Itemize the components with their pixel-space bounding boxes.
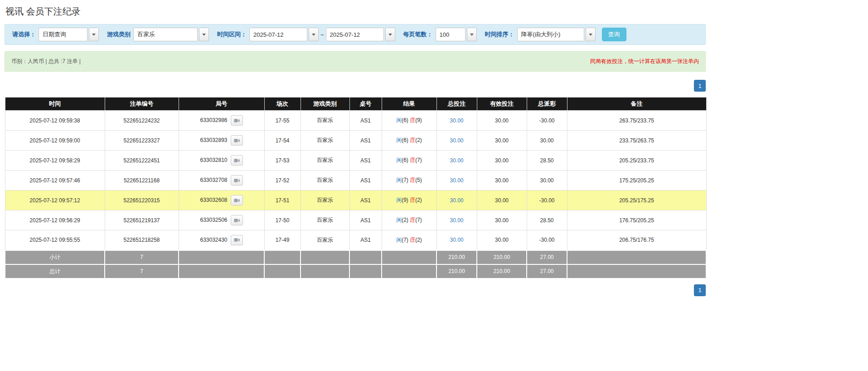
subtotal-bet-id: 7 xyxy=(105,250,179,264)
cell-valid-bet: 30.00 xyxy=(477,230,527,250)
date-to-dropdown-button[interactable] xyxy=(385,28,395,41)
content: 视讯 会员下注纪录 请选择： 游戏类别 时间区间： xyxy=(5,0,706,296)
replay-button[interactable] xyxy=(231,175,243,186)
search-button[interactable]: 查询 xyxy=(602,28,626,41)
game-type-input[interactable] xyxy=(133,28,198,41)
replay-button[interactable] xyxy=(231,115,243,126)
cell-valid-bet: 30.00 xyxy=(477,151,527,171)
result-banker: 庄 xyxy=(410,177,415,183)
cell-table-no: AS1 xyxy=(349,151,382,171)
page-button-1[interactable]: 1 xyxy=(694,80,706,92)
cell-game-type: 百家乐 xyxy=(301,131,349,151)
sort-dropdown-button[interactable] xyxy=(586,28,596,41)
cell-total-bet: 30.00 xyxy=(436,210,477,230)
cell-session: 17-54 xyxy=(264,131,301,151)
result-player: 闲 xyxy=(396,117,402,123)
result-player-score: (6) xyxy=(402,137,408,143)
header-valid-bet: 有效投注 xyxy=(477,98,527,111)
chevron-down-icon xyxy=(470,34,474,36)
total-bet-link[interactable]: 30.00 xyxy=(450,137,463,144)
query-type-input[interactable] xyxy=(39,28,87,41)
cell-total-bet: 30.00 xyxy=(436,111,477,131)
cell-payout: -30.00 xyxy=(527,190,567,210)
header-round-id: 局号 xyxy=(179,98,264,111)
video-replay-icon xyxy=(234,138,240,143)
video-replay-icon xyxy=(234,178,240,183)
total-bet-link[interactable]: 30.00 xyxy=(450,237,463,243)
total-valid-bet: 210.00 xyxy=(477,264,527,278)
cell-session: 17-50 xyxy=(264,210,301,230)
total-bet-link[interactable]: 30.00 xyxy=(450,117,463,124)
result-banker-score: (2) xyxy=(415,137,422,143)
cell-bet-id: 522651221168 xyxy=(105,171,179,190)
result-banker-score: (2) xyxy=(415,237,422,243)
query-type-dropdown-button[interactable] xyxy=(89,28,99,41)
cell-remark: 263.75/233.75 xyxy=(567,111,706,131)
header-result: 结果 xyxy=(382,98,436,111)
cell-result: 闲(6) 庄(7) xyxy=(382,151,436,171)
result-banker: 庄 xyxy=(410,217,415,223)
chevron-down-icon xyxy=(202,34,206,36)
cell-result: 闲(7) 庄(2) xyxy=(382,230,436,250)
total-payout: 27.00 xyxy=(527,264,567,278)
cell-result: 闲(9) 庄(2) xyxy=(382,190,436,210)
video-replay-icon xyxy=(234,198,240,203)
result-player: 闲 xyxy=(396,177,402,183)
video-replay-icon xyxy=(234,118,240,123)
total-bet-link[interactable]: 30.00 xyxy=(450,217,463,224)
total-bet-link[interactable]: 30.00 xyxy=(450,197,463,204)
result-player-score: (9) xyxy=(402,197,408,203)
cell-time: 2025-07-12 09:55:55 xyxy=(5,230,105,250)
subtotal-table-no xyxy=(349,250,382,264)
date-to-input[interactable] xyxy=(326,28,384,41)
cell-round-id: 633032893 xyxy=(179,131,264,151)
total-time: 总计 xyxy=(5,264,105,278)
sort-input[interactable] xyxy=(517,28,584,41)
replay-button[interactable] xyxy=(231,215,243,225)
cell-total-bet: 30.00 xyxy=(436,190,477,210)
pagination-top: 1 xyxy=(5,80,706,92)
cell-valid-bet: 30.00 xyxy=(477,131,527,151)
cell-session: 17-52 xyxy=(264,171,301,190)
total-session xyxy=(264,264,301,278)
cell-time: 2025-07-12 09:57:12 xyxy=(5,190,105,210)
replay-button[interactable] xyxy=(231,155,243,166)
result-banker: 庄 xyxy=(410,137,415,143)
cell-total-bet: 30.00 xyxy=(436,131,477,151)
table-subtotal-row: 小计7210.00210.0027.00 xyxy=(5,250,706,264)
date-from-dropdown-button[interactable] xyxy=(309,28,319,41)
page-button-1[interactable]: 1 xyxy=(694,284,706,296)
subtotal-remark xyxy=(567,250,706,264)
chevron-down-icon xyxy=(92,34,96,36)
cell-payout: -30.00 xyxy=(527,230,567,250)
page-size-input[interactable] xyxy=(436,28,466,41)
chevron-down-icon xyxy=(589,34,592,36)
cell-time: 2025-07-12 09:58:29 xyxy=(5,151,105,171)
sort-combobox xyxy=(517,28,596,41)
cell-session: 17-53 xyxy=(264,151,301,171)
header-time: 时间 xyxy=(5,98,105,111)
replay-button[interactable] xyxy=(231,135,243,146)
cell-table-no: AS1 xyxy=(349,171,382,190)
page-size-dropdown-button[interactable] xyxy=(467,28,477,41)
result-banker-score: (2) xyxy=(415,197,422,203)
result-player-score: (7) xyxy=(402,177,408,183)
total-total-bet: 210.00 xyxy=(436,264,477,278)
cell-game-type: 百家乐 xyxy=(301,171,349,190)
total-bet-link[interactable]: 30.00 xyxy=(450,177,463,184)
replay-button[interactable] xyxy=(231,235,243,245)
query-type-label: 请选择： xyxy=(12,30,36,39)
date-from-input[interactable] xyxy=(249,28,307,41)
pagination-bottom: 1 xyxy=(5,284,706,296)
cell-result: 闲(2) 庄(7) xyxy=(382,210,436,230)
game-type-group: 游戏类别 xyxy=(103,28,209,41)
game-type-dropdown-button[interactable] xyxy=(199,28,209,41)
result-banker-score: (7) xyxy=(415,217,422,223)
replay-button[interactable] xyxy=(231,195,243,205)
subtotal-time: 小计 xyxy=(5,250,105,264)
total-bet-link[interactable]: 30.00 xyxy=(450,157,463,164)
result-player-score: (2) xyxy=(402,217,408,223)
cell-time: 2025-07-12 09:57:46 xyxy=(5,171,105,190)
cell-payout: 30.00 xyxy=(527,131,567,151)
cell-time: 2025-07-12 09:56:29 xyxy=(5,210,105,230)
